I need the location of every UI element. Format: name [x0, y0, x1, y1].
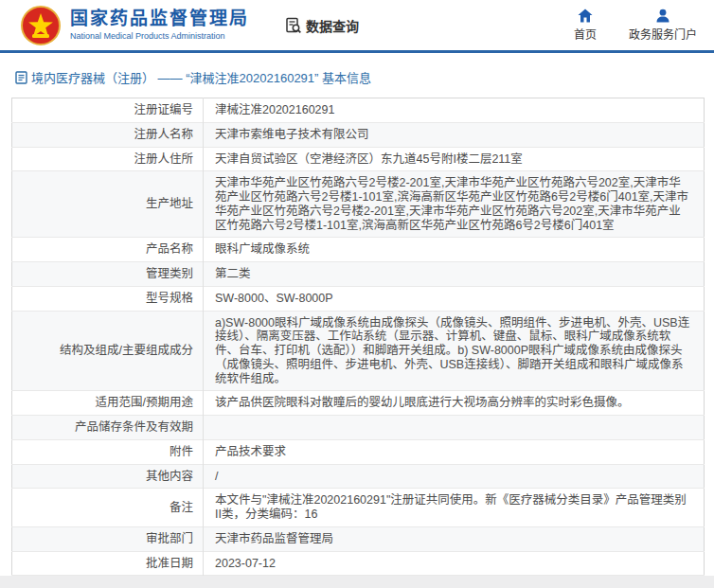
- row-value: 津械注准20202160291: [204, 98, 705, 123]
- row-label: 批准日期: [12, 551, 204, 576]
- page: 国家药品监督管理局 National Medical Products Admi…: [0, 0, 714, 576]
- nmpa-logo[interactable]: 国家药品监督管理局 National Medical Products Admi…: [21, 6, 249, 45]
- row-label: 注册人住所: [12, 147, 204, 171]
- breadcrumb-text: 境内医疗器械（注册） —— “津械注准20202160291” 基本信息: [31, 68, 371, 86]
- home-icon: [578, 9, 593, 23]
- row-value: 天津市华苑产业区竹苑路六号2号楼2-201室,天津市华苑产业区竹苑路六号202室…: [204, 171, 705, 238]
- row-label: 生产地址: [12, 171, 204, 238]
- table-row: 批准日期 2023-07-12: [12, 551, 705, 576]
- info-table-container: 注册证编号 津械注准20202160291 注册人名称 天津市索维电子技术有限公…: [0, 96, 714, 576]
- row-value: 本文件与"津械注准20202160291"注册证共同使用。新《医疗器械分类目录》…: [204, 489, 705, 527]
- row-label: 产品储存条件及有效期: [12, 416, 204, 440]
- table-row: 审批部门 天津市药品监督管理局: [12, 526, 705, 551]
- row-label: 注册人名称: [12, 122, 204, 147]
- row-label: 备注: [12, 489, 204, 527]
- table-row: 附件 产品技术要求: [12, 439, 705, 464]
- row-value: 天津自贸试验区（空港经济区）东九道45号附I楼二层211室: [204, 147, 705, 171]
- table-row: 型号规格 SW-8000、SW-8000P: [12, 286, 705, 311]
- row-value: 天津市药品监督管理局: [204, 526, 705, 551]
- row-value: 2023-07-12: [204, 551, 705, 576]
- table-row: 管理类别 第二类: [12, 262, 705, 287]
- data-query-tab[interactable]: 数据查询: [285, 16, 359, 35]
- row-label: 注册证编号: [12, 98, 204, 123]
- row-value: 产品技术要求: [204, 439, 705, 464]
- document-search-icon: [285, 17, 302, 34]
- info-table-body: 注册证编号 津械注准20202160291 注册人名称 天津市索维电子技术有限公…: [12, 98, 705, 577]
- table-row: 结构及组成/主要组成成分 a)SW-8000眼科广域成像系统由成像探头（成像镜头…: [12, 311, 705, 391]
- table-row: 注册人住所 天津自贸试验区（空港经济区）东九道45号附I楼二层211室: [12, 147, 705, 171]
- table-row: 适用范围/预期用途 该产品供医院眼科对散瞳后的婴幼儿眼底进行大视场高分辨率的实时…: [12, 391, 705, 416]
- national-emblem-icon: [21, 6, 61, 45]
- row-label: 结构及组成/主要组成成分: [12, 311, 204, 391]
- org-name-cn: 国家药品监督管理局: [70, 9, 249, 29]
- registration-info-table: 注册证编号 津械注准20202160291 注册人名称 天津市索维电子技术有限公…: [11, 98, 705, 576]
- row-label: 审批部门: [12, 526, 204, 551]
- table-row: 注册证编号 津械注准20202160291: [12, 98, 705, 123]
- row-value: 第二类: [204, 262, 705, 287]
- user-icon: [655, 9, 670, 23]
- row-value: /: [204, 464, 705, 489]
- nav-home[interactable]: 首页: [574, 9, 597, 42]
- row-label: 产品名称: [12, 238, 204, 262]
- nav-portal-label: 政务服务门户: [629, 26, 697, 42]
- row-value: a)SW-8000眼科广域成像系统由成像探头（成像镜头、照明组件、步进电机、外壳…: [204, 311, 705, 391]
- row-label: 适用范围/预期用途: [12, 391, 204, 416]
- breadcrumb: 境内医疗器械（注册） —— “津械注准20202160291” 基本信息: [0, 53, 714, 96]
- data-query-label: 数据查询: [306, 16, 359, 35]
- site-header: 国家药品监督管理局 National Medical Products Admi…: [0, 0, 714, 53]
- row-value: 眼科广域成像系统: [204, 238, 705, 262]
- row-value: SW-8000、SW-8000P: [204, 286, 705, 311]
- table-row: 其他内容 /: [12, 464, 705, 489]
- nav-portal[interactable]: 政务服务门户: [629, 9, 697, 42]
- row-label: 管理类别: [12, 262, 204, 287]
- row-value: 该产品供医院眼科对散瞳后的婴幼儿眼底进行大视场高分辨率的实时彩色摄像。: [204, 391, 705, 416]
- table-row: 产品储存条件及有效期: [12, 416, 705, 440]
- page-icon: [15, 71, 27, 84]
- table-row: 备注 本文件与"津械注准20202160291"注册证共同使用。新《医疗器械分类…: [12, 489, 705, 527]
- row-value: [204, 416, 705, 440]
- table-row: 生产地址 天津市华苑产业区竹苑路六号2号楼2-201室,天津市华苑产业区竹苑路六…: [12, 171, 705, 238]
- table-row: 产品名称 眼科广域成像系统: [12, 238, 705, 262]
- row-label: 附件: [12, 439, 204, 464]
- org-name-en: National Medical Products Administration: [70, 31, 249, 41]
- row-label: 型号规格: [12, 286, 204, 311]
- nav-home-label: 首页: [574, 26, 597, 42]
- row-label: 其他内容: [12, 464, 204, 489]
- row-value: 天津市索维电子技术有限公司: [204, 122, 705, 147]
- table-row: 注册人名称 天津市索维电子技术有限公司: [12, 122, 705, 147]
